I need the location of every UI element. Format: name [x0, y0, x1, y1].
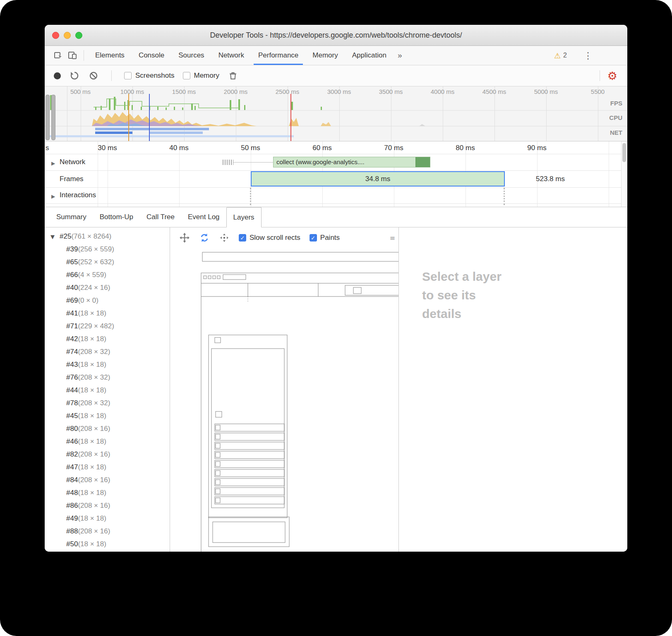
tab-sources[interactable]: Sources — [171, 46, 211, 65]
overview-time-label: 4500 ms — [468, 88, 520, 95]
minimize-window-button[interactable] — [64, 32, 71, 39]
layer-tree-item[interactable]: #50(18 × 18) — [45, 538, 170, 550]
screenshots-label: Screenshots — [135, 72, 175, 80]
tab-memory[interactable]: Memory — [305, 46, 345, 65]
selected-frame-bar[interactable]: 34.8 ms — [251, 171, 505, 186]
tab-call-tree[interactable]: Call Tree — [140, 207, 181, 227]
console-warning-indicator[interactable]: ⚠ 2 — [554, 51, 567, 60]
reset-view-icon[interactable] — [219, 232, 230, 243]
layer-tree-item[interactable]: #48(18 × 18) — [45, 486, 170, 499]
overview-time-label: 1500 ms — [158, 88, 210, 95]
layer-id: #45 — [66, 412, 78, 420]
layers-wireframe[interactable] — [170, 248, 399, 552]
divider — [111, 70, 112, 81]
paints-checkbox[interactable]: ✓ Paints — [310, 234, 340, 242]
layer-tree-item[interactable]: #40(224 × 16) — [45, 281, 170, 294]
layer-tree-item[interactable]: #71(229 × 482) — [45, 320, 170, 332]
slow-scroll-rects-checkbox[interactable]: ✓ Slow scroll rects — [239, 234, 300, 242]
memory-checkbox[interactable]: ✓ Memory — [183, 72, 219, 80]
layer-tree-item[interactable]: #45(18 × 18) — [45, 409, 170, 422]
devtools-window: Developer Tools - https://developers.goo… — [45, 25, 627, 552]
layer-tree-item[interactable]: #66(4 × 559) — [45, 268, 170, 281]
settings-gear-icon[interactable]: ⚙ — [607, 69, 617, 82]
layer-tree-item[interactable]: #49(18 × 18) — [45, 512, 170, 525]
layer-tree-item[interactable]: #44(18 × 18) — [45, 384, 170, 397]
layer-tree-item[interactable]: #47(18 × 18) — [45, 461, 170, 473]
detail-time-axis: 30 ms40 ms50 ms60 ms70 ms80 ms90 ms — [45, 144, 573, 152]
layer-tree-item[interactable]: ▼#25(761 × 8264) — [45, 230, 170, 243]
detail-tab-bar: Summary Bottom-Up Call Tree Event Log La… — [45, 207, 627, 227]
checkbox-box[interactable]: ✓ — [124, 72, 132, 79]
tab-network[interactable]: Network — [211, 46, 251, 65]
row-divider — [45, 187, 627, 188]
more-tabs-button[interactable]: » — [394, 46, 406, 65]
checkbox-box[interactable]: ✓ — [183, 72, 190, 79]
timeline-scrollbar[interactable] — [621, 141, 627, 207]
record-button[interactable] — [54, 72, 61, 79]
layer-tree-item[interactable]: #78(208 × 32) — [45, 397, 170, 409]
layer-tree-item[interactable]: #76(208 × 32) — [45, 371, 170, 384]
checkbox-box[interactable]: ✓ — [310, 234, 317, 241]
overview-selection-handle-left[interactable] — [46, 95, 50, 140]
layer-tree-item[interactable]: #65(252 × 632) — [45, 256, 170, 268]
close-window-button[interactable] — [52, 32, 59, 39]
paints-label: Paints — [320, 234, 340, 242]
layer-tree-item[interactable]: #80(208 × 16) — [45, 422, 170, 435]
timeline-detail[interactable]: s 30 ms40 ms50 ms60 ms70 ms80 ms90 ms ▶ … — [45, 141, 627, 207]
layer-id: #78 — [66, 399, 78, 407]
trash-icon[interactable] — [228, 70, 238, 81]
disclosure-triangle-icon[interactable]: ▼ — [50, 230, 60, 243]
layer-tree-item[interactable]: #86(208 × 16) — [45, 499, 170, 512]
network-row-disclosure-icon[interactable]: ▶ — [51, 160, 55, 166]
network-request-label: collect (www.google-analytics.... — [276, 158, 365, 165]
layer-id: #48 — [66, 489, 78, 497]
layer-tree-item[interactable]: #84(208 × 16) — [45, 473, 170, 486]
layer-id: #88 — [66, 527, 78, 535]
layer-size: (0 × 0) — [78, 296, 98, 304]
devtools-menu-button[interactable]: ⋮ — [583, 50, 593, 61]
window-titlebar[interactable]: Developer Tools - https://developers.goo… — [45, 25, 627, 46]
layer-size: (256 × 559) — [78, 245, 114, 253]
tab-summary[interactable]: Summary — [50, 207, 93, 227]
layer-tree-item[interactable]: #88(208 × 16) — [45, 525, 170, 538]
pan-mode-icon[interactable] — [179, 232, 190, 243]
checkbox-box[interactable]: ✓ — [239, 234, 246, 241]
layer-tree-item[interactable]: #39(256 × 559) — [45, 243, 170, 256]
layer-id: #86 — [66, 502, 78, 509]
memory-label: Memory — [194, 72, 219, 80]
zoom-window-button[interactable] — [75, 32, 82, 39]
network-request-bar[interactable]: collect (www.google-analytics.... — [273, 157, 430, 167]
tab-console[interactable]: Console — [132, 46, 171, 65]
tab-layers[interactable]: Layers — [226, 207, 262, 227]
row-divider — [45, 170, 627, 171]
layer-tree-item[interactable]: #46(18 × 18) — [45, 435, 170, 448]
devtools-tab-bar: Elements Console Sources Network Perform… — [45, 46, 627, 65]
timeline-overview[interactable]: 500 ms1000 ms1500 ms2000 ms2500 ms3000 m… — [45, 86, 627, 141]
layer-tree-item[interactable]: #41(18 × 18) — [45, 307, 170, 320]
tab-event-log[interactable]: Event Log — [181, 207, 226, 227]
layer-size: (18 × 18) — [78, 514, 106, 522]
overview-selection-handle-right[interactable] — [51, 95, 55, 140]
overview-time-label: 3500 ms — [365, 88, 417, 95]
layer-tree-item[interactable]: #69(0 × 0) — [45, 294, 170, 307]
scrollbar-thumb[interactable] — [622, 143, 626, 162]
interactions-row-disclosure-icon[interactable]: ▶ — [51, 194, 55, 199]
screenshots-checkbox[interactable]: ✓ Screenshots — [124, 72, 175, 80]
layer-id: #46 — [66, 438, 78, 445]
tab-application[interactable]: Application — [345, 46, 394, 65]
inspect-element-icon[interactable] — [51, 48, 65, 62]
clear-icon[interactable] — [88, 70, 99, 81]
layer-id: #66 — [66, 271, 78, 279]
tab-elements[interactable]: Elements — [88, 46, 132, 65]
reload-and-profile-icon[interactable] — [69, 70, 80, 81]
layer-tree-item[interactable]: #82(208 × 16) — [45, 448, 170, 461]
layer-tree-item[interactable]: #43(18 × 18) — [45, 358, 170, 371]
device-toolbar-icon[interactable] — [65, 48, 79, 62]
rotate-mode-icon[interactable] — [199, 232, 210, 243]
layer-tree-item[interactable]: #74(208 × 32) — [45, 345, 170, 358]
tab-bottom-up[interactable]: Bottom-Up — [93, 207, 140, 227]
layer-tree-item[interactable]: #42(18 × 18) — [45, 332, 170, 345]
tab-performance[interactable]: Performance — [251, 46, 305, 65]
frame-duration-label: 34.8 ms — [365, 175, 390, 183]
layer-id: #74 — [66, 348, 78, 356]
